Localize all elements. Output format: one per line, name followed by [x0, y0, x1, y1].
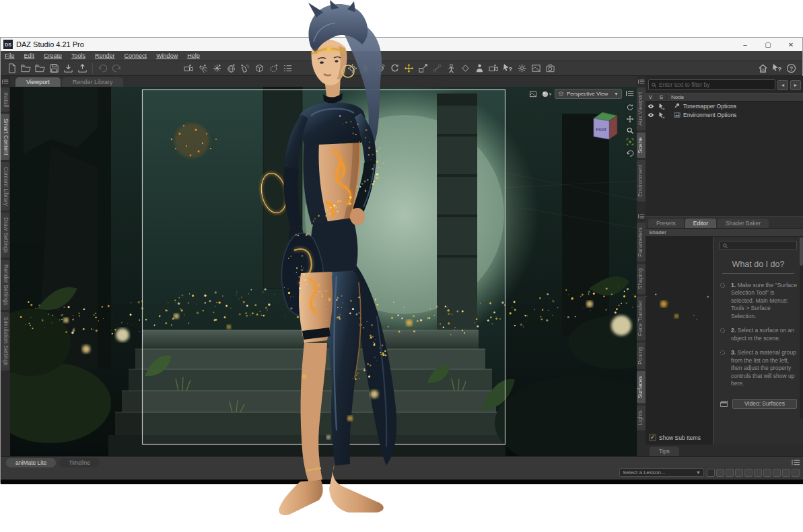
render-camera-icon[interactable] — [543, 62, 557, 75]
menu-connect[interactable]: Connect — [125, 52, 147, 59]
tab-aux-viewport[interactable]: Aux Viewport — [637, 87, 645, 130]
eye-icon[interactable] — [645, 103, 656, 110]
tab-timeline[interactable]: Timeline — [59, 458, 100, 467]
playback-button[interactable] — [726, 469, 734, 477]
tab-shaping[interactable]: Shaping — [637, 264, 645, 294]
tab-viewport[interactable]: Viewport — [15, 77, 61, 87]
new-file-icon[interactable] — [5, 62, 19, 75]
menu-tools[interactable]: Tools — [71, 52, 85, 59]
tab-tips[interactable]: Tips — [650, 447, 679, 456]
gear-tool-icon[interactable] — [515, 62, 529, 75]
scene-filter-input[interactable] — [659, 81, 773, 88]
tab-environment[interactable]: Environment — [637, 160, 645, 202]
playback-button[interactable] — [744, 469, 753, 477]
camera-view-dropdown[interactable]: Perspective View ▼ — [555, 89, 622, 99]
new-null-icon[interactable] — [267, 62, 281, 75]
menu-window[interactable]: Window — [156, 52, 178, 59]
tab-render-library[interactable]: Render Library — [62, 77, 124, 87]
show-sub-items-checkbox[interactable]: ✓ — [649, 434, 656, 441]
rotate-tool-icon[interactable] — [374, 62, 388, 75]
aspect-frame-icon[interactable] — [528, 89, 538, 99]
tab-render-settings[interactable]: Render Settings — [1, 260, 9, 310]
drawstyle-ball-icon[interactable]: ▾ — [541, 89, 551, 99]
view-cube[interactable]: Front — [588, 108, 621, 141]
eye-icon[interactable] — [645, 112, 656, 118]
new-camera-icon[interactable] — [182, 62, 196, 75]
new-linear-point-light-icon[interactable] — [238, 62, 252, 75]
scene-node-row[interactable]: Tonemapper Options — [645, 102, 803, 110]
save-icon[interactable] — [47, 62, 61, 75]
tab-editor[interactable]: Editor — [685, 219, 716, 228]
selectable-cursor-icon[interactable] — [656, 112, 667, 118]
new-distant-light-icon[interactable] — [224, 62, 238, 75]
menu-render[interactable]: Render — [95, 52, 115, 59]
tab-scene[interactable]: Scene — [637, 132, 645, 158]
pane-menu-icon[interactable] — [1, 77, 10, 85]
lesson-dropdown[interactable]: Select a Lesson... ▼ — [619, 468, 704, 477]
pane-menu-icon[interactable] — [637, 213, 645, 221]
tab-install[interactable]: Install — [1, 87, 9, 112]
tab-content-library[interactable]: Content Library — [1, 162, 9, 211]
selectable-cursor-icon[interactable] — [656, 103, 667, 110]
open-recent-icon[interactable] — [33, 62, 47, 75]
menu-file[interactable]: File — [5, 52, 15, 59]
help-icon[interactable] — [784, 62, 798, 75]
pane-menu-icon[interactable] — [637, 77, 645, 85]
scale-tool-icon[interactable] — [416, 62, 430, 75]
new-point-light-icon[interactable] — [210, 62, 224, 75]
import-icon[interactable] — [61, 62, 75, 75]
tab-parameters[interactable]: Parameters — [637, 223, 645, 262]
tab-simulation-settings[interactable]: Simulation Settings — [1, 312, 9, 371]
video-surfaces-button[interactable]: Video: Surfaces — [732, 399, 797, 409]
open-file-icon[interactable] — [19, 62, 33, 75]
redo-icon[interactable] — [110, 62, 124, 75]
tab-posing[interactable]: Posing — [637, 342, 645, 369]
close-button[interactable]: ✕ — [779, 38, 802, 51]
menu-edit[interactable]: Edit — [24, 52, 35, 59]
filter-next-button[interactable]: ► — [790, 80, 801, 90]
playback-button[interactable] — [792, 469, 800, 477]
geometry-editor-tool-icon[interactable] — [458, 62, 473, 75]
translate-tool-icon[interactable] — [402, 62, 416, 75]
universal-tool-icon[interactable] — [345, 62, 359, 75]
playback-button[interactable] — [735, 469, 743, 477]
menu-help[interactable]: Help — [187, 52, 200, 59]
node-label[interactable]: Tonemapper Options — [683, 103, 736, 110]
export-icon[interactable] — [75, 62, 90, 75]
animate-pane-menu-icon[interactable] — [792, 459, 800, 466]
tab-smart-content[interactable]: Smart Content — [1, 114, 9, 160]
reset-camera-icon[interactable] — [625, 149, 635, 158]
tab-lights[interactable]: Lights — [637, 406, 645, 430]
new-primitive-icon[interactable] — [252, 62, 267, 75]
playback-button[interactable] — [782, 469, 790, 477]
filter-prev-button[interactable]: ◄ — [777, 80, 788, 90]
tab-surfaces[interactable]: Surfaces — [637, 371, 645, 404]
viewport-3d-canvas[interactable]: ▾ Perspective View ▼ — [10, 87, 637, 456]
orbit-camera-icon[interactable] — [625, 103, 635, 112]
playback-button[interactable] — [773, 469, 781, 477]
viewport-pane-menu-icon[interactable] — [625, 89, 635, 98]
pan-camera-icon[interactable] — [625, 114, 635, 124]
undo-icon[interactable] — [96, 62, 110, 75]
node-selection-tool-icon[interactable] — [359, 62, 374, 75]
zoom-camera-icon[interactable] — [625, 126, 635, 135]
material-list-area[interactable]: ✓ Show Sub Items — [645, 237, 714, 445]
surface-filter-box[interactable] — [720, 241, 797, 250]
node-editor-tool-icon[interactable] — [473, 62, 487, 75]
figure-tool-icon[interactable] — [444, 62, 458, 75]
playback-button[interactable] — [716, 469, 724, 477]
tab-presets[interactable]: Presets — [648, 219, 684, 228]
frame-selection-icon[interactable] — [625, 137, 635, 147]
scene-node-row[interactable]: Environment Options — [645, 110, 803, 119]
tab-shader-baker[interactable]: Shader Baker — [718, 219, 769, 228]
menu-create[interactable]: Create — [44, 52, 62, 59]
daz-home-icon[interactable] — [756, 62, 770, 75]
tab-face-transfer[interactable]: Face Transfer — [637, 296, 645, 340]
playback-button[interactable] — [763, 469, 771, 477]
active-pose-tool-icon[interactable] — [388, 62, 402, 75]
minimize-button[interactable]: – — [734, 38, 757, 51]
new-spotlight-icon[interactable] — [196, 62, 210, 75]
surface-selection-tool-icon[interactable] — [331, 62, 345, 75]
maximize-button[interactable]: ▢ — [757, 38, 779, 51]
frame-camera-icon[interactable] — [529, 62, 543, 75]
